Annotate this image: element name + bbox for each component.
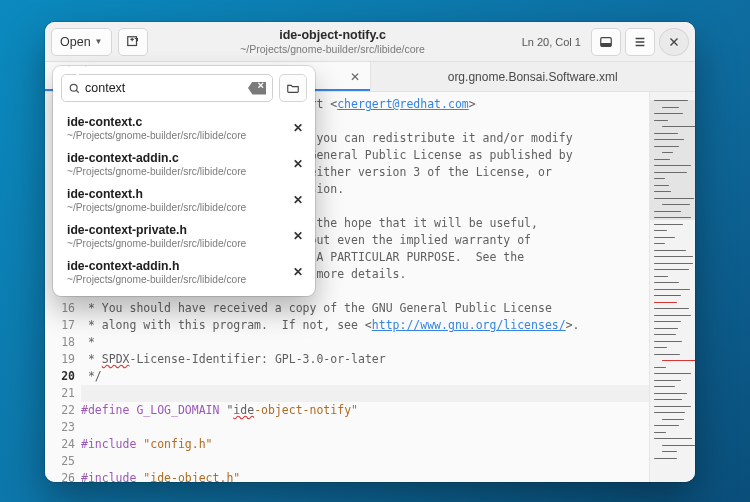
minimap-line: [654, 165, 691, 166]
line-number: 22: [45, 402, 75, 419]
code-line: * SPDX-License-Identifier: GPL-3.0-or-la…: [81, 351, 649, 368]
minimap-line: [654, 425, 679, 426]
minimap-line: [654, 347, 667, 348]
code-line: * You should have received a copy of the…: [81, 300, 649, 317]
code-line: [81, 385, 649, 402]
line-number: 19: [45, 351, 75, 368]
result-remove-icon[interactable]: ✕: [293, 265, 303, 279]
minimap-line: [662, 152, 673, 153]
minimap-line: [654, 276, 668, 277]
minimap-line: [654, 224, 683, 225]
line-number: 25: [45, 453, 75, 470]
minimap-line: [654, 159, 670, 160]
line-number: 23: [45, 419, 75, 436]
minimap-line: [654, 328, 678, 329]
minimap-line: [654, 373, 691, 374]
line-number: 26: [45, 470, 75, 482]
result-filename: ide-context-private.h: [67, 223, 285, 237]
minimap-line: [654, 367, 666, 368]
cursor-position: Ln 20, Col 1: [518, 36, 585, 48]
result-filename: ide-context.c: [67, 115, 285, 129]
minimap-line: [654, 458, 677, 459]
search-input[interactable]: [81, 81, 248, 95]
minimap-line: [654, 438, 692, 439]
line-number: 21: [45, 385, 75, 402]
minimap-line: [662, 445, 695, 446]
minimap-line: [654, 250, 686, 251]
minimap-line: [654, 185, 669, 186]
search-result[interactable]: ide-context-addin.h~/Projects/gnome-buil…: [53, 254, 315, 290]
minimap-line: [654, 146, 679, 147]
window-subtitle: ~/Projects/gnome-builder/src/libide/core: [154, 43, 512, 55]
minimap-line: [662, 126, 695, 127]
minimap-line: [654, 230, 667, 231]
minimap-line: [662, 204, 690, 205]
svg-point-3: [70, 84, 77, 91]
header-bar: Open ▼ ide-object-notify.c ~/Projects/gn…: [45, 22, 695, 62]
minimap-line: [662, 419, 684, 420]
minimap-line: [654, 432, 666, 433]
chevron-down-icon: ▼: [95, 37, 103, 46]
hamburger-icon: [633, 35, 647, 49]
code-line: [81, 419, 649, 436]
toggle-panel-button[interactable]: [591, 28, 621, 56]
panel-icon: [599, 35, 613, 49]
minimap-line: [654, 100, 688, 101]
search-row: [53, 66, 315, 108]
result-path: ~/Projects/gnome-builder/src/libide/core: [67, 238, 285, 249]
menu-button[interactable]: [625, 28, 655, 56]
result-remove-icon[interactable]: ✕: [293, 157, 303, 171]
result-remove-icon[interactable]: ✕: [293, 121, 303, 135]
minimap-line: [662, 451, 677, 452]
new-tab-button[interactable]: [118, 28, 148, 56]
search-result[interactable]: ide-context-addin.c~/Projects/gnome-buil…: [53, 146, 315, 182]
clear-search-icon[interactable]: [248, 82, 266, 95]
app-window: Open ▼ ide-object-notify.c ~/Projects/gn…: [45, 22, 695, 482]
minimap[interactable]: [649, 92, 695, 482]
minimap-line: [654, 341, 682, 342]
close-window-button[interactable]: [659, 28, 689, 56]
search-result[interactable]: ide-context-private.h~/Projects/gnome-bu…: [53, 218, 315, 254]
minimap-line: [654, 354, 680, 355]
minimap-line: [654, 211, 681, 212]
minimap-line: [662, 360, 695, 361]
new-tab-icon: [126, 35, 140, 49]
open-button-label: Open: [60, 35, 91, 49]
minimap-line: [662, 107, 679, 108]
result-remove-icon[interactable]: ✕: [293, 229, 303, 243]
minimap-line: [654, 282, 679, 283]
minimap-line: [654, 412, 685, 413]
quick-open-popover: ide-context.c~/Projects/gnome-builder/sr…: [53, 66, 315, 296]
search-result[interactable]: ide-context.c~/Projects/gnome-builder/sr…: [53, 110, 315, 146]
minimap-line: [654, 315, 691, 316]
result-path: ~/Projects/gnome-builder/src/libide/core: [67, 166, 285, 177]
search-results: ide-context.c~/Projects/gnome-builder/sr…: [53, 108, 315, 296]
minimap-line: [654, 302, 677, 303]
minimap-line: [654, 269, 689, 270]
minimap-line: [654, 191, 671, 192]
result-path: ~/Projects/gnome-builder/src/libide/core: [67, 130, 285, 141]
result-remove-icon[interactable]: ✕: [293, 193, 303, 207]
editor-tab[interactable]: org.gnome.Bonsai.Software.xml: [371, 62, 696, 91]
result-filename: ide-context-addin.c: [67, 151, 285, 165]
minimap-line: [654, 334, 676, 335]
close-icon: [667, 35, 681, 49]
code-line: *: [81, 334, 649, 351]
search-box[interactable]: [61, 74, 273, 102]
browse-folder-button[interactable]: [279, 74, 307, 102]
tab-close-icon[interactable]: ✕: [350, 70, 360, 84]
minimap-line: [654, 133, 678, 134]
line-number: 24: [45, 436, 75, 453]
result-path: ~/Projects/gnome-builder/src/libide/core: [67, 274, 285, 285]
minimap-line: [654, 399, 682, 400]
minimap-line: [654, 120, 668, 121]
search-result[interactable]: ide-context.h~/Projects/gnome-builder/sr…: [53, 182, 315, 218]
open-button[interactable]: Open ▼: [51, 28, 112, 56]
minimap-line: [654, 172, 687, 173]
result-path: ~/Projects/gnome-builder/src/libide/core: [67, 202, 285, 213]
folder-open-icon: [286, 81, 300, 95]
minimap-viewport[interactable]: [650, 100, 695, 220]
code-line: #define G_LOG_DOMAIN "ide-object-notify": [81, 402, 649, 419]
minimap-line: [654, 243, 665, 244]
minimap-line: [654, 217, 691, 218]
